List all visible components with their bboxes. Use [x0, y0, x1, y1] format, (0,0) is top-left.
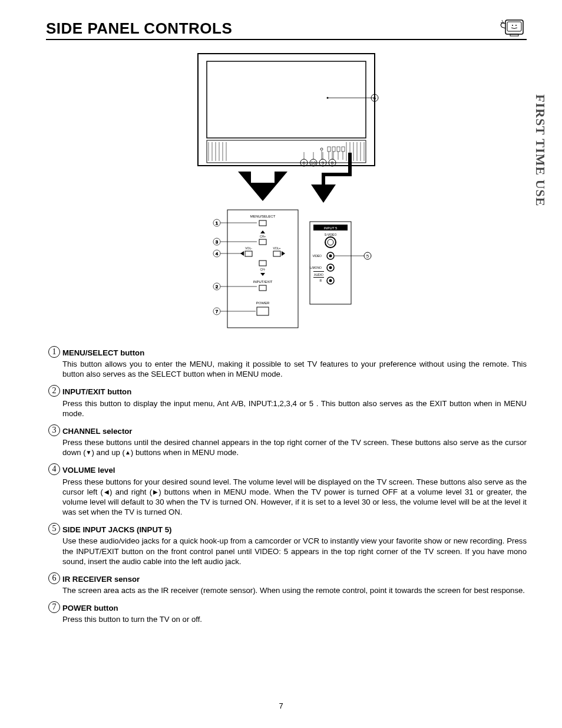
side-tab: FIRST TIME USE — [533, 94, 548, 206]
svg-text:6: 6 — [303, 160, 306, 166]
item-number: 1 — [46, 346, 62, 358]
svg-text:9: 9 — [322, 160, 325, 166]
tv-illustration: 6 — [198, 54, 378, 203]
item-number: 2 — [46, 385, 62, 397]
item-desc: Press these buttons until the desired ch… — [62, 437, 527, 457]
svg-rect-6 — [207, 61, 366, 138]
svg-rect-56 — [259, 239, 266, 245]
input5-panel: INPUT 5 S-VIDEO VIDEO L/MONO AUDIO R — [310, 222, 351, 304]
svg-point-96 — [329, 266, 332, 269]
right-triangle-icon: ▶ — [152, 489, 158, 495]
svg-rect-53 — [259, 220, 266, 226]
svg-rect-37 — [322, 173, 325, 185]
tv-logo-icon — [497, 17, 527, 40]
svg-text:AUDIO: AUDIO — [314, 273, 323, 276]
svg-text:CH-: CH- — [260, 268, 266, 271]
svg-rect-67 — [259, 285, 266, 291]
item-number: 3 — [46, 424, 62, 436]
svg-rect-69 — [257, 307, 269, 315]
svg-text:L/MONO: L/MONO — [310, 266, 322, 269]
item-desc: Use these audio/video jacks for a quick … — [62, 536, 527, 566]
svg-text:INPUT/EXIT: INPUT/EXIT — [253, 280, 272, 284]
svg-point-24 — [320, 148, 323, 150]
item-number: 5 — [46, 523, 62, 535]
item-7: 7 POWER button Press this button to turn… — [46, 603, 527, 624]
item-title: IR RECEIVER sensor — [62, 574, 527, 584]
item-1: 1 MENU/SELECT button This button allows … — [46, 348, 527, 379]
svg-rect-63 — [259, 261, 266, 266]
item-2: 2 INPUT/EXIT button Press this button to… — [46, 387, 527, 418]
up-triangle-icon: ▲ — [125, 449, 131, 456]
item-5: 5 SIDE INPUT JACKS (INPUT 5) Use these a… — [46, 525, 527, 566]
svg-rect-0 — [505, 20, 523, 34]
item-title: VOLUME level — [62, 465, 527, 475]
diagram: 6 6 10 9 8 — [157, 51, 416, 334]
svg-marker-54 — [260, 230, 265, 233]
svg-text:2: 2 — [216, 284, 219, 289]
svg-text:1: 1 — [216, 220, 219, 226]
item-desc: The screen area acts as the IR receiver … — [62, 585, 527, 595]
svg-rect-61 — [273, 251, 280, 256]
page-number: 7 — [0, 701, 562, 710]
svg-text:MENU/SELECT: MENU/SELECT — [250, 215, 276, 218]
item-title: POWER button — [62, 603, 527, 613]
svg-text:5: 5 — [366, 253, 369, 259]
svg-point-90 — [328, 239, 333, 245]
svg-rect-28 — [342, 147, 345, 151]
down-triangle-icon: ▼ — [86, 449, 92, 456]
svg-point-89 — [325, 237, 336, 248]
svg-text:8: 8 — [331, 160, 334, 166]
svg-text:7: 7 — [216, 309, 219, 314]
svg-rect-5 — [198, 54, 375, 166]
svg-rect-36 — [322, 173, 352, 176]
item-number: 6 — [46, 572, 62, 584]
item-6: 6 IR RECEIVER sensor The screen area act… — [46, 574, 527, 595]
item-title: CHANNEL selector — [62, 426, 527, 436]
item-4: 4 VOLUME level Press these buttons for y… — [46, 465, 527, 517]
svg-text:VOL+: VOL+ — [273, 246, 281, 250]
svg-rect-25 — [328, 147, 330, 151]
svg-rect-99 — [313, 277, 324, 278]
svg-text:6: 6 — [373, 95, 376, 101]
page-title: SIDE PANEL CONTROLS — [46, 19, 232, 38]
svg-text:POWER: POWER — [256, 301, 270, 305]
svg-rect-97 — [313, 271, 324, 272]
svg-marker-38 — [311, 185, 336, 203]
svg-text:INPUT 5: INPUT 5 — [324, 226, 338, 230]
svg-text:10: 10 — [311, 160, 316, 166]
svg-text:CH+: CH+ — [260, 235, 266, 238]
svg-point-93 — [329, 255, 332, 258]
svg-marker-62 — [282, 251, 285, 256]
item-desc: Press this button to turn the TV on or o… — [62, 614, 527, 624]
svg-rect-60 — [245, 251, 252, 256]
svg-text:3: 3 — [216, 239, 219, 245]
svg-rect-1 — [507, 22, 521, 31]
svg-text:VIDEO: VIDEO — [312, 254, 322, 258]
svg-point-3 — [515, 25, 517, 26]
svg-point-2 — [512, 25, 513, 26]
svg-text:S-VIDEO: S-VIDEO — [325, 233, 337, 236]
svg-marker-34 — [238, 172, 287, 201]
item-number: 4 — [46, 463, 62, 475]
svg-marker-65 — [260, 273, 265, 276]
svg-rect-4 — [510, 34, 518, 36]
svg-point-102 — [329, 279, 332, 282]
item-desc: Press these buttons for your desired sou… — [62, 477, 527, 518]
heading-row: SIDE PANEL CONTROLS — [46, 17, 527, 40]
left-triangle-icon: ◀ — [103, 489, 110, 495]
svg-text:4: 4 — [216, 251, 219, 256]
item-3: 3 CHANNEL selector Press these buttons u… — [46, 426, 527, 457]
svg-rect-26 — [332, 147, 335, 151]
item-desc: This button allows you to enter the MENU… — [62, 359, 527, 379]
item-desc: Press this button to display the input m… — [62, 398, 527, 419]
item-title: INPUT/EXIT button — [62, 387, 527, 397]
item-title: MENU/SELECT button — [62, 348, 527, 358]
control-panel: MENU/SELECT CH+ VOL- VOL+ CH- INPUT/EXIT… — [227, 210, 298, 328]
item-title: SIDE INPUT JACKS (INPUT 5) — [62, 525, 527, 535]
items-list: 1 MENU/SELECT button This button allows … — [46, 348, 527, 624]
svg-text:VOL-: VOL- — [245, 246, 252, 250]
svg-rect-27 — [337, 147, 340, 151]
svg-text:R: R — [319, 279, 322, 282]
item-number: 7 — [46, 601, 62, 613]
